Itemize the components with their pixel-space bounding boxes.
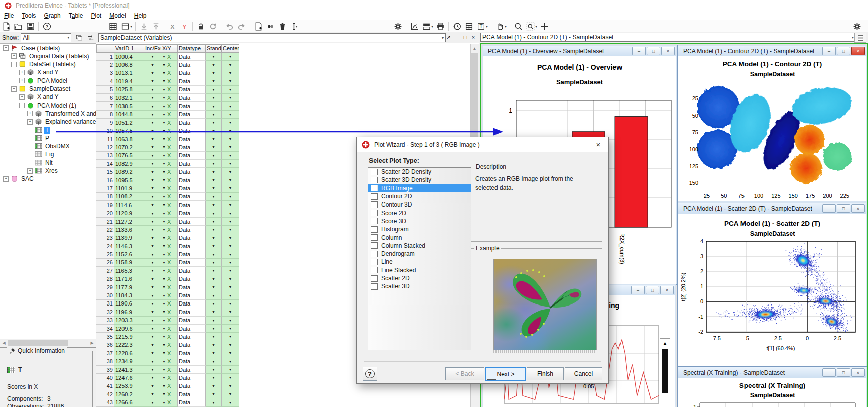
x-block-icon[interactable]: X <box>167 21 178 32</box>
pan-icon[interactable] <box>539 21 550 32</box>
xy-cell[interactable]: ▼X <box>161 333 178 341</box>
tree-item-sampledataset[interactable]: −SampleDataset <box>11 85 71 93</box>
plot-type-line-stacked[interactable]: Line Stacked <box>368 266 471 274</box>
varid-cell[interactable]: 1196.9 <box>114 308 144 316</box>
inc-exc-cell[interactable]: ▼ <box>144 226 161 234</box>
standardize-cell[interactable]: ▼ <box>206 176 222 184</box>
center-cell[interactable]: ▼ <box>222 390 239 398</box>
inc-exc-cell[interactable]: ▼ <box>144 143 161 151</box>
help-icon[interactable]: ? <box>41 21 52 32</box>
xy-cell[interactable]: ▼X <box>161 390 178 398</box>
tree-item-xres[interactable]: +Xres <box>27 167 59 175</box>
open-icon[interactable] <box>13 21 24 32</box>
collapse-icon[interactable]: − <box>11 62 17 67</box>
gear-icon[interactable] <box>851 21 862 32</box>
varid-cell[interactable]: 1253.9 <box>114 382 144 390</box>
inc-exc-cell[interactable]: ▼ <box>144 160 161 168</box>
center-cell[interactable]: ▼ <box>222 366 239 374</box>
scroll-thumb[interactable] <box>662 349 668 393</box>
datatype-cell[interactable]: Data <box>178 209 206 217</box>
varid-cell[interactable]: 1006.8 <box>114 61 144 69</box>
center-cell[interactable]: ▼ <box>222 357 239 365</box>
tree-item-eig[interactable]: Eig <box>27 150 55 158</box>
inc-exc-cell[interactable]: ▼ <box>144 127 161 135</box>
loading-vscrollbar[interactable]: ▲ <box>660 338 670 407</box>
detach-view-icon[interactable]: ↗ <box>445 33 452 41</box>
chevron-down-icon[interactable]: ▾ <box>535 24 537 29</box>
new-analysis-icon[interactable] <box>1 21 12 32</box>
center-cell[interactable]: ▼ <box>222 341 239 349</box>
inc-exc-cell[interactable]: ▼ <box>144 366 161 374</box>
inc-exc-cell[interactable]: ▼ <box>144 152 161 160</box>
expand-icon[interactable]: + <box>27 168 33 174</box>
refresh-icon[interactable] <box>207 21 218 32</box>
standardize-cell[interactable]: ▼ <box>206 143 222 151</box>
standardize-cell[interactable]: ▼ <box>206 283 222 291</box>
xy-cell[interactable]: ▼X <box>161 357 178 365</box>
center-cell[interactable]: ▼ <box>222 308 239 316</box>
datatype-cell[interactable]: Data <box>178 61 206 69</box>
center-cell[interactable]: ▼ <box>222 61 239 69</box>
checkbox-icon[interactable] <box>371 193 378 200</box>
checkbox-icon[interactable] <box>371 234 378 241</box>
inc-exc-cell[interactable]: ▼ <box>144 168 161 176</box>
chevron-down-icon[interactable]: ▾ <box>130 24 132 29</box>
column-header-Inc/Exc[interactable]: Inc/Exc <box>144 44 161 53</box>
datatype-cell[interactable]: Data <box>178 275 206 283</box>
standardize-cell[interactable]: ▼ <box>206 275 222 283</box>
varid-cell[interactable]: 1209.6 <box>114 325 144 333</box>
center-cell[interactable]: ▼ <box>222 201 239 209</box>
minimize-icon[interactable]: – <box>822 368 836 377</box>
tree-item-pca-model[interactable]: +PCA Model <box>19 77 68 85</box>
menu-model[interactable]: Model <box>105 12 130 20</box>
datatype-cell[interactable]: Data <box>178 283 206 291</box>
center-cell[interactable]: ▼ <box>222 69 239 77</box>
center-cell[interactable]: ▼ <box>222 184 239 192</box>
inc-exc-cell[interactable]: ▼ <box>144 209 161 217</box>
standardize-cell[interactable]: ▼ <box>206 341 222 349</box>
datatype-cell[interactable]: Data <box>178 242 206 250</box>
expand-icon[interactable]: + <box>19 78 25 83</box>
standardize-cell[interactable]: ▼ <box>206 94 222 102</box>
datatype-cell[interactable]: Data <box>178 259 206 267</box>
zoom-region-icon[interactable] <box>525 21 536 32</box>
inc-exc-cell[interactable]: ▼ <box>144 86 161 94</box>
datatype-cell[interactable]: Data <box>178 160 206 168</box>
redo-icon[interactable] <box>236 21 247 32</box>
xy-cell[interactable]: ▼X <box>161 168 178 176</box>
tree-item-p[interactable]: P <box>27 134 50 142</box>
xy-cell[interactable]: ▼X <box>161 61 178 69</box>
standardize-cell[interactable]: ▼ <box>206 53 222 61</box>
chevron-down-icon[interactable]: ▾ <box>486 24 488 29</box>
varid-cell[interactable]: 1139.9 <box>114 234 144 242</box>
datatype-cell[interactable]: Data <box>178 201 206 209</box>
varid-cell[interactable]: 1057.5 <box>114 127 144 135</box>
standardize-cell[interactable]: ▼ <box>206 300 222 308</box>
plot-type-scatter-3d[interactable]: Scatter 3D <box>368 282 471 290</box>
varid-cell[interactable]: 1177.9 <box>114 283 144 291</box>
column-header-rownum[interactable] <box>96 44 114 53</box>
xy-cell[interactable]: ▼X <box>161 382 178 390</box>
xy-cell[interactable]: ▼X <box>161 86 178 94</box>
new-item-icon[interactable] <box>253 21 264 32</box>
text-t-icon[interactable]: T <box>475 21 486 32</box>
inc-exc-cell[interactable]: ▼ <box>144 390 161 398</box>
standardize-cell[interactable]: ▼ <box>206 382 222 390</box>
tree-item-original-data-tablets[interactable]: +Original Data (Tablets) <box>11 52 90 60</box>
trash-icon[interactable] <box>277 21 288 32</box>
varid-cell[interactable]: 1095.5 <box>114 176 144 184</box>
plot-type-column[interactable]: Column <box>368 233 471 241</box>
xy-cell[interactable]: ▼X <box>161 226 178 234</box>
standardize-cell[interactable]: ▼ <box>206 325 222 333</box>
menu-tools[interactable]: Tools <box>18 12 40 20</box>
inc-exc-cell[interactable]: ▼ <box>144 184 161 192</box>
center-cell[interactable]: ▼ <box>222 374 239 382</box>
xy-cell[interactable]: ▼X <box>161 111 178 119</box>
datatype-cell[interactable]: Data <box>178 349 206 357</box>
center-cell[interactable]: ▼ <box>222 226 239 234</box>
standardize-cell[interactable]: ▼ <box>206 184 222 192</box>
plot-type-list[interactable]: Scatter 2D DensityScatter 3D DensityRGB … <box>368 167 471 350</box>
printer-icon[interactable] <box>435 21 446 32</box>
checkbox-icon[interactable] <box>371 201 378 208</box>
xy-cell[interactable]: ▼X <box>161 94 178 102</box>
